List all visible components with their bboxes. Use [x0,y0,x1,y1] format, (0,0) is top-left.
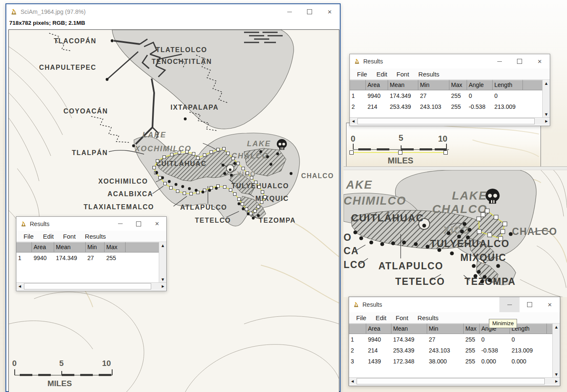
scrollbar-thumb[interactable] [357,118,535,124]
selection-handle[interactable] [242,167,245,170]
selection-handle[interactable] [245,208,248,211]
scroll-right-arrow[interactable]: ▶ [553,378,560,385]
scroll-down-arrow[interactable]: ▼ [553,371,560,378]
selection-handle[interactable] [190,192,193,195]
selection-handle[interactable] [241,203,244,206]
selection-handle[interactable] [399,151,402,155]
table-row[interactable]: 2214253.439243.103255-0.538213.009 [350,101,550,112]
column-header[interactable]: Max [449,80,467,90]
selection-handle[interactable] [229,189,232,192]
close-button[interactable]: ✕ [530,54,550,68]
table-row[interactable]: 2214253.439243.103255-0.538213.009 [349,345,560,356]
menu-file[interactable]: File [19,233,38,240]
column-header[interactable]: Mean [388,80,418,90]
scroll-up-arrow[interactable]: ▲ [543,80,550,87]
selection-handle[interactable] [260,201,263,204]
scroll-left-arrow[interactable]: ◀ [350,118,357,125]
selection-handle[interactable] [156,160,159,163]
vertical-scrollbar[interactable]: ▲ ▼ [552,324,560,378]
selection-handle[interactable] [192,153,195,155]
selection-handle[interactable] [477,229,481,234]
scalebar-fragment[interactable]: 0510MILES [346,123,540,167]
scrollbar-thumb[interactable] [24,283,151,289]
scroll-down-arrow[interactable]: ▼ [160,276,166,283]
scroll-up-arrow[interactable]: ▲ [553,324,560,330]
selection-handle[interactable] [227,152,230,155]
menu-font[interactable]: Font [58,233,80,240]
column-header[interactable]: Min [418,80,449,90]
selection-handle[interactable] [153,166,156,169]
horizontal-scrollbar[interactable]: ◀ ▶ [16,282,166,290]
column-header[interactable]: Max [105,242,126,253]
scroll-down-arrow[interactable]: ▼ [543,111,550,118]
vertical-scrollbar[interactable]: ▲ ▼ [542,80,550,118]
vertical-scrollbar[interactable]: ▲ ▼ [159,242,166,283]
scrollbar-thumb[interactable] [357,378,545,384]
results-table[interactable]: AreaMeanMinMaxAngleLength 19940174.34927… [349,323,560,385]
horizontal-scrollbar[interactable]: ◀ ▶ [350,117,550,125]
scalebar-image-panel[interactable]: 0510MILES [346,123,541,168]
selection-handle[interactable] [183,192,186,195]
selection-handle[interactable] [197,157,200,160]
selection-handle[interactable] [255,181,257,184]
selection-handle[interactable] [485,209,489,213]
selection-handle[interactable] [350,151,354,155]
menu-results[interactable]: Results [413,314,443,321]
column-header[interactable] [349,324,366,334]
selection-handle[interactable] [237,162,240,165]
selection-handle[interactable] [481,213,485,217]
table-row[interactable]: 19940174.3492725500 [350,90,550,101]
selection-handle[interactable] [477,217,481,221]
maximize-button[interactable] [509,54,530,68]
minimize-button[interactable] [111,217,129,231]
zoomed-map-panel[interactable]: AKECHIMILCOCUITLÁHUACLAKECHALCOXICOCHALC… [344,166,567,297]
results-window-bottom[interactable]: Results ✕ FileEditFontResults AreaMeanMi… [349,297,560,386]
selection-handle[interactable] [257,205,260,208]
menu-font[interactable]: Font [391,314,413,321]
close-button[interactable]: ✕ [540,297,560,312]
column-header[interactable]: Min [86,242,105,253]
selection-handle[interactable] [223,186,226,189]
results-window-left[interactable]: Results ✕ FileEditFontResults AreaMeanMi… [16,216,167,291]
maximize-button[interactable] [299,4,320,19]
column-header[interactable] [350,80,366,90]
title-bar[interactable]: SciAm_1964.jpg (97.8%) ✕ [6,4,340,19]
selection-handle[interactable] [246,172,249,175]
selection-handle[interactable] [203,154,206,157]
selection-handle[interactable] [186,150,189,153]
menu-edit[interactable]: Edit [38,233,58,240]
column-header[interactable]: Max [464,324,480,334]
column-header[interactable]: Length [493,80,523,90]
maximize-button[interactable] [520,297,540,312]
menu-edit[interactable]: Edit [371,314,391,321]
table-body[interactable]: 19940174.34927255002214253.439243.103255… [350,90,550,112]
selection-handle[interactable] [503,222,507,226]
selection-handle[interactable] [210,187,213,189]
title-bar[interactable]: Results ✕ [349,297,560,312]
table-body[interactable]: 19940174.34927255002214253.439243.103255… [349,334,560,367]
selection-handle[interactable] [171,153,173,156]
scroll-right-arrow[interactable]: ▶ [160,283,166,290]
selection-handle[interactable] [159,176,162,179]
menu-results[interactable]: Results [414,71,444,78]
line-roi-overlay[interactable] [350,151,448,155]
zoomed-chalco-map[interactable]: AKECHIMILCOCUITLÁHUACLAKECHALCOXICOCHALC… [344,170,567,297]
scroll-left-arrow[interactable]: ◀ [349,378,356,385]
selection-handle[interactable] [258,186,261,189]
title-bar[interactable]: Results ✕ [16,217,166,231]
minimize-button[interactable] [279,4,299,19]
column-header[interactable]: Mean [391,324,427,334]
historic-valley-of-mexico-map[interactable]: TLACOPÁNTLATELOLCOTENOCHTITLÁNCHAPULTEPE… [9,30,339,392]
column-header[interactable]: Area [32,242,54,253]
menu-results[interactable]: Results [80,233,110,240]
selection-handle[interactable] [238,198,241,201]
column-header[interactable]: Area [366,80,388,90]
results-window-top[interactable]: Results ✕ FileEditFontResults AreaMeanMi… [349,54,550,126]
maximize-button[interactable] [129,217,148,231]
selection-handle[interactable] [254,210,257,213]
selection-handle[interactable] [488,233,492,237]
scroll-up-arrow[interactable]: ▲ [160,242,166,249]
title-bar[interactable]: Results ✕ [350,54,550,68]
minimize-button[interactable] [489,54,509,68]
selection-handle[interactable] [210,151,213,154]
